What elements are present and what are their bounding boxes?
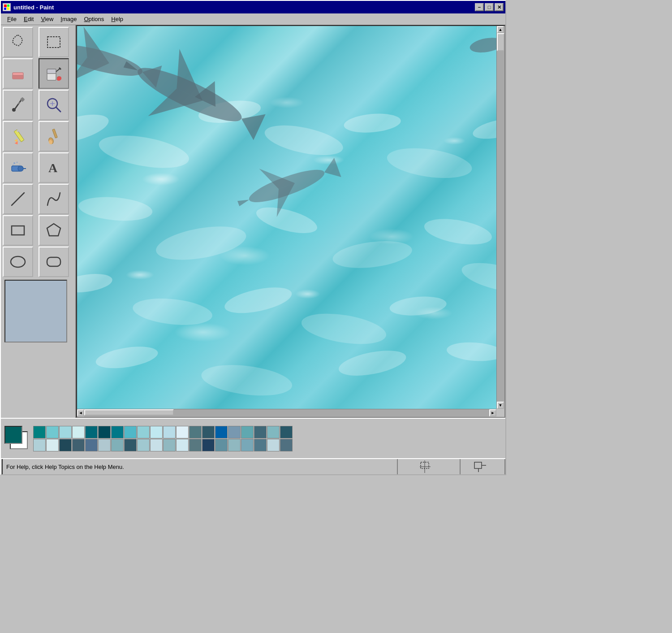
- tool-rect-select[interactable]: [39, 27, 69, 57]
- color-swatch[interactable]: [85, 439, 98, 451]
- svg-point-52: [154, 221, 249, 266]
- tool-pencil[interactable]: [3, 121, 33, 152]
- color-swatch[interactable]: [111, 439, 124, 451]
- tool-curve[interactable]: [39, 184, 69, 214]
- color-swatch[interactable]: [150, 439, 163, 451]
- v-scroll-track[interactable]: [497, 33, 504, 402]
- menu-file[interactable]: File: [4, 15, 20, 23]
- color-swatch[interactable]: [254, 439, 267, 451]
- color-swatch[interactable]: [215, 439, 228, 451]
- svg-point-44: [77, 109, 112, 149]
- color-swatch[interactable]: [72, 426, 85, 438]
- color-swatch[interactable]: [111, 426, 124, 438]
- foreground-color-box[interactable]: [4, 426, 22, 444]
- color-swatch[interactable]: [33, 426, 46, 438]
- svg-rect-43: [47, 257, 60, 266]
- svg-point-67: [133, 59, 247, 130]
- tool-free-select[interactable]: [3, 27, 33, 57]
- color-swatch[interactable]: [124, 439, 137, 451]
- svg-point-61: [459, 257, 496, 297]
- tool-line[interactable]: [3, 184, 33, 214]
- tool-brush[interactable]: [39, 121, 69, 152]
- color-swatch[interactable]: [163, 426, 176, 438]
- canvas-inner: [77, 26, 496, 409]
- color-swatch[interactable]: [59, 426, 72, 438]
- svg-point-56: [77, 271, 113, 295]
- scroll-corner: [496, 409, 504, 417]
- color-swatch[interactable]: [280, 439, 293, 451]
- color-swatch[interactable]: [85, 426, 98, 438]
- tool-eyedropper[interactable]: [3, 90, 33, 120]
- tool-airbrush[interactable]: [3, 152, 33, 183]
- svg-point-62: [94, 343, 159, 372]
- canvas[interactable]: [77, 26, 496, 409]
- color-swatch[interactable]: [137, 439, 150, 451]
- svg-marker-26: [15, 141, 19, 145]
- color-swatch[interactable]: [228, 439, 241, 451]
- color-swatch[interactable]: [137, 426, 150, 438]
- svg-point-63: [200, 360, 294, 400]
- color-swatch[interactable]: [202, 439, 215, 451]
- color-swatch[interactable]: [98, 439, 111, 451]
- menu-image[interactable]: Image: [57, 15, 80, 23]
- color-palette: [33, 426, 293, 451]
- tool-ellipse[interactable]: [3, 247, 33, 277]
- vertical-scrollbar[interactable]: ▲ ▼: [496, 26, 504, 409]
- tool-rounded-rect[interactable]: [39, 247, 69, 277]
- h-scroll-track[interactable]: [84, 409, 489, 417]
- scroll-right-button[interactable]: ►: [489, 409, 496, 416]
- tool-rectangle[interactable]: [3, 215, 33, 246]
- svg-marker-41: [47, 224, 60, 236]
- color-swatch[interactable]: [254, 426, 267, 438]
- svg-point-32: [18, 166, 23, 171]
- menu-edit[interactable]: Edit: [20, 15, 37, 23]
- color-swatch[interactable]: [72, 439, 85, 451]
- horizontal-scrollbar[interactable]: ◄ ►: [77, 409, 496, 417]
- color-swatch[interactable]: [189, 439, 202, 451]
- menu-help[interactable]: Help: [108, 15, 127, 23]
- tool-fill[interactable]: [39, 58, 69, 89]
- color-swatch[interactable]: [176, 426, 189, 438]
- scroll-down-button[interactable]: ▼: [497, 402, 504, 409]
- color-swatch[interactable]: [215, 426, 228, 438]
- svg-point-65: [446, 341, 496, 363]
- menu-options[interactable]: Options: [80, 15, 108, 23]
- color-swatch[interactable]: [33, 439, 46, 451]
- minimize-button[interactable]: −: [475, 3, 484, 11]
- svg-point-42: [11, 256, 25, 267]
- scroll-up-button[interactable]: ▲: [497, 26, 504, 33]
- color-swatch[interactable]: [124, 426, 137, 438]
- color-swatch[interactable]: [176, 439, 189, 451]
- color-swatch[interactable]: [280, 426, 293, 438]
- color-swatch[interactable]: [98, 426, 111, 438]
- status-icon1: [461, 459, 505, 474]
- window-controls: − □ ✕: [475, 3, 504, 11]
- color-swatch[interactable]: [241, 439, 254, 451]
- color-swatch[interactable]: [163, 439, 176, 451]
- color-swatch[interactable]: [267, 426, 280, 438]
- color-swatch[interactable]: [267, 439, 280, 451]
- color-swatch[interactable]: [228, 426, 241, 438]
- color-swatch[interactable]: [59, 439, 72, 451]
- color-swatch[interactable]: [150, 426, 163, 438]
- svg-point-55: [422, 214, 494, 249]
- svg-text:A: A: [48, 161, 58, 175]
- color-swatch[interactable]: [189, 426, 202, 438]
- menu-view[interactable]: View: [37, 15, 57, 23]
- color-swatch[interactable]: [46, 439, 59, 451]
- close-button[interactable]: ✕: [495, 3, 504, 11]
- tool-eraser[interactable]: [3, 58, 33, 89]
- color-swatch[interactable]: [241, 426, 254, 438]
- status-text: For Help, click Help Topics on the Help …: [2, 459, 398, 474]
- tool-magnify[interactable]: [39, 90, 69, 120]
- maximize-button[interactable]: □: [485, 3, 494, 11]
- svg-point-50: [471, 115, 496, 143]
- tool-polygon[interactable]: [39, 215, 69, 246]
- svg-rect-3: [7, 4, 9, 7]
- v-scroll-thumb[interactable]: [497, 33, 504, 51]
- scroll-left-button[interactable]: ◄: [77, 409, 84, 416]
- tool-text[interactable]: A: [39, 152, 69, 183]
- color-swatch[interactable]: [202, 426, 215, 438]
- h-scroll-thumb[interactable]: [84, 409, 174, 416]
- color-swatch[interactable]: [46, 426, 59, 438]
